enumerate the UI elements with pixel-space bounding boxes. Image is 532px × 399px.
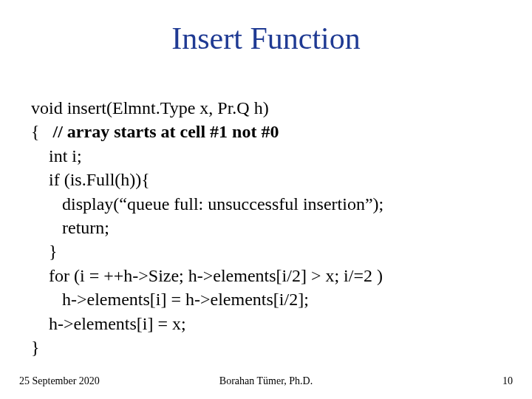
footer: 25 September 2020 Borahan Tümer, Ph.D. 1… <box>19 375 513 387</box>
slide: Insert Function void insert(Elmnt.Type x… <box>0 0 532 399</box>
code-line: } <box>31 335 501 359</box>
code-comment: // array starts at cell #1 not #0 <box>53 122 279 141</box>
code-line: h->elements[i] = h->elements[i/2]; <box>31 287 501 311</box>
code-block: void insert(Elmnt.Type x, Pr.Q h) { // a… <box>31 96 501 359</box>
code-line: { // array starts at cell #1 not #0 <box>31 120 501 143</box>
code-line: for (i = ++h->Size; h->elements[i/2] > x… <box>31 264 501 287</box>
code-line: if (is.Full(h)){ <box>31 168 501 191</box>
slide-title: Insert Function <box>0 21 532 56</box>
footer-date: 25 September 2020 <box>19 375 100 387</box>
code-line: return; <box>31 216 501 239</box>
code-line: } <box>31 239 501 263</box>
code-line: int i; <box>31 144 501 168</box>
code-line: h->elements[i] = x; <box>31 312 501 335</box>
code-line: display(“queue full: unsuccessful insert… <box>31 192 501 216</box>
footer-page: 10 <box>502 375 513 387</box>
code-line: void insert(Elmnt.Type x, Pr.Q h) <box>31 96 501 120</box>
